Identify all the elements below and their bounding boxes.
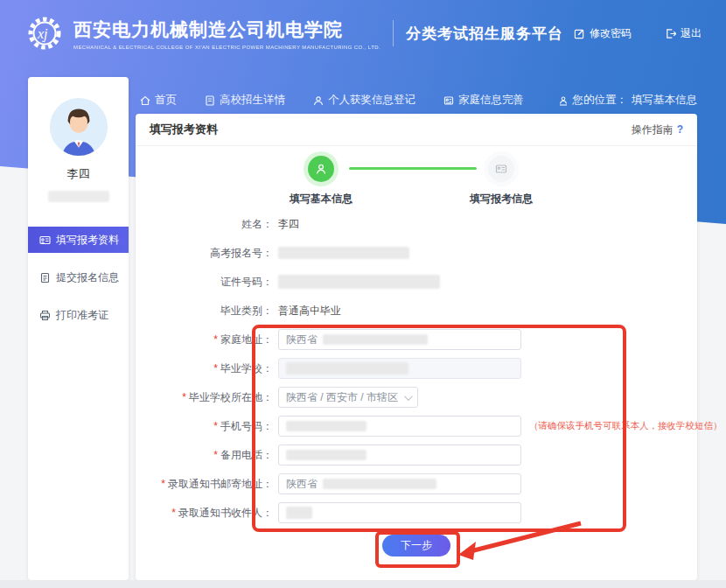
field-gaokao-number: 高考报名号： bbox=[136, 242, 697, 263]
field-backup-phone: *备用电话： bbox=[136, 444, 697, 466]
nav-item-family-info[interactable]: 家庭信息完善 bbox=[443, 93, 524, 108]
nav-item-home[interactable]: 首页 bbox=[140, 93, 177, 108]
change-password-label: 修改密码 bbox=[590, 26, 632, 41]
logout-label: 退出 bbox=[681, 26, 702, 41]
main-panel: 填写报考资料 操作指南 ? 填写基本信息 填写报考信息 姓名： 李四 高考报名号… bbox=[136, 114, 697, 580]
school-name: 西安电力机械制造公司机电学院 bbox=[73, 18, 380, 42]
person-icon bbox=[313, 95, 324, 106]
masked-value bbox=[323, 479, 436, 489]
field-home-address: *家庭地址： 陕西省 bbox=[136, 329, 697, 350]
platform-title: 分类考试招生服务平台 bbox=[406, 24, 563, 44]
app-header: xj 西安电力机械制造公司机电学院 MECHANICAL & ELECTRICA… bbox=[0, 0, 726, 66]
location-current: 填写基本信息 bbox=[632, 93, 697, 108]
guide-label: 操作指南 bbox=[632, 122, 674, 137]
basic-info-form: 姓名： 李四 高考报名号： 证件号码： 毕业类别： 普通高中毕业 *家庭地址： … bbox=[136, 214, 697, 556]
idcard-icon bbox=[39, 234, 51, 246]
horizontal-scrollbar[interactable] bbox=[0, 580, 726, 588]
printer-icon bbox=[39, 310, 51, 321]
school-name-en: MECHANICAL & ELECTRICAL COLLEGE OF XI'AN… bbox=[73, 45, 380, 50]
masked-value bbox=[286, 507, 312, 519]
masked-value bbox=[323, 334, 428, 345]
svg-text:xj: xj bbox=[37, 26, 48, 42]
masked-value bbox=[278, 275, 440, 289]
masked-value bbox=[278, 247, 409, 259]
document-icon bbox=[205, 95, 215, 106]
mailing-address-input[interactable]: 陕西省 bbox=[278, 473, 521, 494]
logout-button[interactable]: 退出 bbox=[665, 26, 702, 41]
school-location-select[interactable]: 陕西省 / 西安市 / 市辖区 bbox=[278, 387, 418, 408]
field-name: 姓名： 李四 bbox=[136, 214, 697, 234]
school-title-block: 西安电力机械制造公司机电学院 MECHANICAL & ELECTRICAL C… bbox=[73, 18, 380, 50]
graduation-school-input[interactable] bbox=[278, 358, 521, 379]
panel-title: 填写报考资料 bbox=[150, 122, 218, 137]
home-address-input[interactable]: 陕西省 bbox=[278, 329, 521, 350]
field-mailing-address: *录取通知书邮寄地址： 陕西省 bbox=[136, 473, 697, 494]
operation-guide-link[interactable]: 操作指南 ? bbox=[632, 122, 683, 137]
field-id-number: 证件号码： bbox=[136, 271, 697, 292]
user-name: 李四 bbox=[28, 166, 129, 182]
nav-item-label: 高校招生详情 bbox=[220, 93, 285, 108]
masked-value bbox=[286, 421, 366, 431]
sidebar-item-label: 填写报考资料 bbox=[56, 233, 119, 248]
form-icon bbox=[39, 272, 51, 284]
field-graduation-type: 毕业类别： 普通高中毕业 bbox=[136, 300, 697, 321]
field-school-location: *毕业学校所在地： 陕西省 / 西安市 / 市辖区 bbox=[136, 387, 697, 408]
backup-phone-input[interactable] bbox=[278, 444, 521, 466]
step-indicator: 填写基本信息 填写报考信息 bbox=[136, 146, 697, 214]
step-label-basic: 填写基本信息 bbox=[260, 192, 382, 206]
chevron-down-icon bbox=[404, 392, 413, 401]
next-step-button[interactable]: 下一步 bbox=[382, 535, 450, 556]
sidebar: 李四 填写报考资料 提交报名信息 打印准考证 bbox=[28, 77, 129, 580]
change-password-button[interactable]: 修改密码 bbox=[574, 26, 632, 41]
sidebar-item-submit-info[interactable]: 提交报名信息 bbox=[28, 264, 129, 290]
logout-icon bbox=[665, 28, 676, 39]
user-icon bbox=[315, 163, 327, 175]
step-exam-info-circle bbox=[488, 156, 514, 182]
location-prefix: 您的位置： bbox=[573, 93, 628, 108]
question-icon: ? bbox=[677, 123, 683, 136]
home-icon bbox=[140, 95, 150, 106]
nav-item-college-details[interactable]: 高校招生详情 bbox=[205, 93, 285, 108]
step-basic-info-circle bbox=[308, 156, 334, 182]
masked-value bbox=[286, 450, 366, 460]
phone-hint: （请确保该手机号可联系本人，接收学校短信） bbox=[529, 420, 723, 432]
school-gear-logo-icon: xj bbox=[24, 13, 65, 53]
nav-item-label: 家庭信息完善 bbox=[458, 93, 524, 108]
sidebar-item-fill-application[interactable]: 填写报考资料 bbox=[28, 227, 129, 253]
nav-item-label: 首页 bbox=[155, 93, 177, 108]
id-badge-icon bbox=[443, 95, 454, 106]
masked-value bbox=[286, 362, 408, 374]
avatar bbox=[50, 98, 108, 156]
sidebar-item-print-ticket[interactable]: 打印准考证 bbox=[28, 302, 129, 328]
sidebar-item-label: 提交报名信息 bbox=[56, 270, 119, 285]
step-connector bbox=[349, 167, 477, 170]
name-value: 李四 bbox=[278, 217, 299, 232]
sidebar-menu: 填写报考资料 提交报名信息 打印准考证 bbox=[28, 227, 129, 328]
step-label-exam: 填写报考信息 bbox=[440, 192, 562, 206]
nav-item-awards[interactable]: 个人获奖信息登记 bbox=[313, 93, 415, 108]
nav-item-label: 个人获奖信息登记 bbox=[328, 93, 415, 108]
field-mobile-phone: *手机号码： （请确保该手机号可联系本人，接收学校短信） bbox=[136, 416, 697, 437]
sidebar-item-label: 打印准考证 bbox=[56, 308, 108, 323]
recipient-input[interactable] bbox=[278, 502, 521, 523]
main-nav: 首页 高校招生详情 个人获奖信息登记 家庭信息完善 bbox=[140, 93, 524, 108]
edit-icon bbox=[574, 28, 585, 39]
idcard-icon bbox=[495, 163, 507, 175]
breadcrumb-location: 您的位置：填写基本信息 bbox=[558, 93, 698, 108]
location-user-icon bbox=[558, 95, 569, 106]
field-recipient: *录取通知书收件人： bbox=[136, 502, 697, 523]
graduation-type-value: 普通高中毕业 bbox=[278, 304, 341, 318]
field-graduation-school: *毕业学校： bbox=[136, 358, 697, 379]
mobile-phone-input[interactable] bbox=[278, 416, 521, 437]
title-divider bbox=[393, 20, 394, 46]
user-id-masked bbox=[48, 191, 109, 202]
